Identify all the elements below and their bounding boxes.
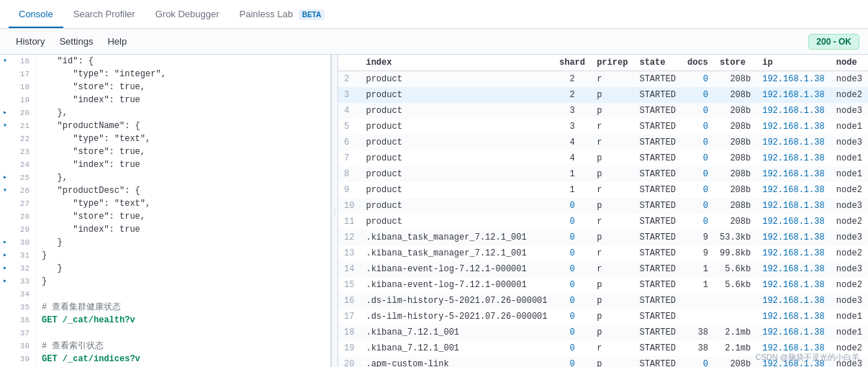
- table-row[interactable]: 16.ds-ilm-history-5-2021.07.26-0000010pS…: [338, 293, 868, 309]
- nav-help[interactable]: Help: [100, 32, 134, 51]
- line-gutter: [0, 301, 10, 314]
- cell-ip: 192.168.1.38: [756, 166, 831, 182]
- column-header-store: store: [714, 55, 756, 71]
- tab-painless-lab[interactable]: Painless Lab BETA: [230, 1, 335, 28]
- cell-prirep: r: [591, 135, 633, 150]
- cell-ip: 192.168.1.38: [756, 71, 831, 88]
- tab-grok-debugger[interactable]: Grok Debugger: [145, 1, 230, 28]
- cell-docs: 9: [682, 245, 714, 261]
- line-gutter: [0, 327, 10, 340]
- nav-history[interactable]: History: [9, 32, 52, 51]
- line-content: [36, 288, 330, 301]
- line-content: GET /_cat/indices?v: [36, 353, 330, 366]
- cell-node: node3: [831, 135, 868, 150]
- cell-ip: 192.168.1.38: [756, 230, 831, 245]
- line-number: 17: [10, 68, 36, 81]
- line-content: }: [36, 249, 330, 262]
- cell-prirep: p: [591, 198, 633, 214]
- line-content: "index": true: [36, 158, 330, 171]
- row-number: 8: [338, 166, 360, 182]
- tab-search-profiler[interactable]: Search Profiler: [63, 1, 145, 28]
- code-line-16: ▾16 "id": {: [0, 55, 330, 68]
- code-line-22: 22 "type": "text",: [0, 132, 330, 145]
- cell-index: .ds-ilm-history-5-2021.07.26-000001: [360, 309, 553, 325]
- table-row[interactable]: 5product3rSTARTED0208b192.168.1.38node1: [338, 119, 868, 135]
- code-line-31: ▸31}: [0, 249, 330, 262]
- line-content: "productDesc": {: [36, 184, 330, 197]
- cell-docs: 0: [682, 182, 714, 198]
- code-line-36: 36GET /_cat/health?v: [0, 314, 330, 327]
- cell-ip: 192.168.1.38: [756, 119, 831, 135]
- table-row[interactable]: 15.kibana-event-log-7.12.1-0000010pSTART…: [338, 277, 868, 293]
- table-row[interactable]: 12.kibana_task_manager_7.12.1_0010pSTART…: [338, 230, 868, 245]
- cell-index: product: [360, 119, 553, 135]
- cell-docs: 9: [682, 230, 714, 245]
- table-row[interactable]: 18.kibana_7.12.1_0010pSTARTED382.1mb192.…: [338, 325, 868, 340]
- line-gutter: ▾: [0, 55, 10, 68]
- cell-index: product: [360, 198, 553, 214]
- code-area[interactable]: ▾16 "id": {17 "type": "integer",18 "stor…: [0, 55, 330, 367]
- cell-index: product: [360, 103, 553, 119]
- line-number: 24: [10, 158, 36, 171]
- cell-store: [714, 293, 756, 309]
- tab-console[interactable]: Console: [9, 1, 63, 28]
- row-number: 4: [338, 103, 360, 119]
- line-number: 20: [10, 107, 36, 119]
- cell-state: STARTED: [633, 356, 682, 367]
- table-row[interactable]: 17.ds-ilm-history-5-2021.07.26-0000010pS…: [338, 309, 868, 325]
- results-panel[interactable]: indexshardprirepstatedocsstoreipnode2pro…: [338, 55, 868, 367]
- column-header-rownum: [338, 55, 360, 71]
- line-number: 23: [10, 145, 36, 158]
- table-row[interactable]: 7product4pSTARTED0208b192.168.1.38node1: [338, 150, 868, 166]
- line-number: 39: [10, 353, 36, 366]
- line-number: 38: [10, 340, 36, 353]
- cell-state: STARTED: [633, 150, 682, 166]
- column-header-node: node: [831, 55, 868, 71]
- cell-node: node2: [831, 214, 868, 230]
- results-table: indexshardprirepstatedocsstoreipnode2pro…: [338, 55, 868, 367]
- table-row[interactable]: 3product2pSTARTED0208b192.168.1.38node2: [338, 87, 868, 103]
- cell-shard: 0: [553, 356, 591, 367]
- cell-prirep: p: [591, 325, 633, 340]
- code-line-29: 29 "index": true: [0, 223, 330, 236]
- line-content: [36, 327, 330, 340]
- table-row[interactable]: 8product1pSTARTED0208b192.168.1.38node1: [338, 166, 868, 182]
- cell-shard: 4: [553, 150, 591, 166]
- cell-index: .kibana-event-log-7.12.1-000001: [360, 261, 553, 277]
- table-row[interactable]: 14.kibana-event-log-7.12.1-0000010rSTART…: [338, 261, 868, 277]
- code-line-34: 34: [0, 288, 330, 301]
- cell-node: node2: [831, 87, 868, 103]
- cell-store: 53.3kb: [714, 230, 756, 245]
- table-row[interactable]: 13.kibana_task_manager_7.12.1_0010rSTART…: [338, 245, 868, 261]
- table-row[interactable]: 6product4rSTARTED0208b192.168.1.38node3: [338, 135, 868, 150]
- table-row[interactable]: 2product2rSTARTED0208b192.168.1.38node3: [338, 71, 868, 88]
- line-number: 33: [10, 275, 36, 288]
- cell-state: STARTED: [633, 87, 682, 103]
- cell-shard: 2: [553, 87, 591, 103]
- line-gutter: [0, 223, 10, 236]
- cell-shard: 4: [553, 135, 591, 150]
- cell-shard: 0: [553, 309, 591, 325]
- table-row[interactable]: 4product3pSTARTED0208b192.168.1.38node3: [338, 103, 868, 119]
- cell-state: STARTED: [633, 293, 682, 309]
- line-gutter: ▸: [0, 107, 10, 119]
- table-row[interactable]: 9product1rSTARTED0208b192.168.1.38node2: [338, 182, 868, 198]
- line-gutter: ▾: [0, 184, 10, 197]
- line-content: GET /_cat/health?v: [36, 314, 330, 327]
- code-line-23: 23 "store": true,: [0, 145, 330, 158]
- line-content: # 查看索引状态: [36, 340, 330, 353]
- table-row[interactable]: 10product0pSTARTED0208b192.168.1.38node3: [338, 198, 868, 214]
- cell-store: 208b: [714, 214, 756, 230]
- cell-shard: 1: [553, 182, 591, 198]
- line-content: },: [36, 171, 330, 184]
- table-row[interactable]: 11product0rSTARTED0208b192.168.1.38node2: [338, 214, 868, 230]
- line-gutter: [0, 314, 10, 327]
- nav-settings[interactable]: Settings: [52, 32, 100, 51]
- line-number: 29: [10, 223, 36, 236]
- cell-prirep: r: [591, 245, 633, 261]
- cell-store: 208b: [714, 119, 756, 135]
- line-gutter: [0, 210, 10, 223]
- cell-prirep: p: [591, 166, 633, 182]
- panel-divider[interactable]: ⋮: [331, 55, 338, 367]
- row-number: 16: [338, 293, 360, 309]
